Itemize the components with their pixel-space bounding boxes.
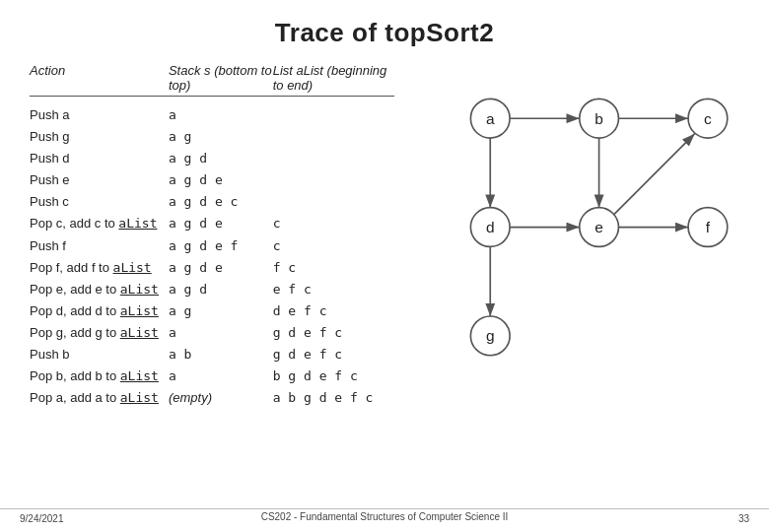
action-cell: Pop d, add d to aList [30,300,169,322]
action-cell: Pop e, add e to aList [30,279,169,300]
table-header: Action Stack s (bottom to top) List aLis… [30,63,394,97]
header-action: Action [30,63,169,93]
stack-cell: a [169,104,273,126]
action-cell: Push a [30,104,169,126]
footer-center: CS202 - Fundamental Structures of Comput… [261,511,509,522]
graph-section: a b c d e f g [404,53,769,477]
action-cell: Pop g, add g to aList [30,322,169,344]
list-cell: a b g d e f c [273,387,394,409]
svg-text:b: b [594,110,603,127]
stack-cell: a [169,366,273,387]
list-cell: b g d e f c [273,366,394,387]
stack-cell: a g d e [169,257,273,279]
stack-cell: a g d e [169,213,273,234]
stack-cell: a g [169,126,273,148]
stack-cell: a [169,322,273,344]
table-row: Pop g, add g to aListag d e f c [30,322,394,344]
action-cell: Push d [30,148,169,169]
list-cell [273,126,394,148]
stack-cell: a g d [169,279,273,300]
svg-text:c: c [704,110,712,127]
table-row: Push fa g d e fc [30,235,394,257]
list-cell: d e f c [273,300,394,322]
list-cell [273,104,394,126]
svg-text:g: g [486,327,495,344]
stack-cell: (empty) [169,387,273,409]
action-cell: Push f [30,235,169,257]
table-row: Pop e, add e to aLista g de f c [30,279,394,300]
stack-cell: a g [169,300,273,322]
stack-cell: a b [169,344,273,366]
stack-cell: a g d [169,148,273,169]
table-row: Push da g d [30,148,394,169]
stack-cell: a g d e [169,169,273,191]
svg-text:f: f [706,219,711,235]
action-cell: Push e [30,169,169,191]
list-cell: g d e f c [273,344,394,366]
action-cell: Push b [30,344,169,366]
footer-right: 33 [738,513,749,524]
trace-table: Action Stack s (bottom to top) List aLis… [30,63,394,477]
svg-line-7 [614,134,695,215]
table-row: Pop f, add f to aLista g d ef c [30,257,394,279]
table-row: Push ba bg d e f c [30,344,394,366]
footer-left: 9/24/2021 [20,513,64,524]
table-row: Push ea g d e [30,169,394,191]
list-cell [273,169,394,191]
svg-text:d: d [486,219,495,235]
table-row: Push aa [30,104,394,126]
svg-text:a: a [486,110,495,127]
graph-svg: a b c d e f g [404,53,739,368]
table-row: Push ga g [30,126,394,148]
page-title: Trace of topSort2 [0,0,769,58]
svg-text:e: e [594,219,603,235]
action-cell: Push c [30,191,169,213]
action-cell: Pop c, add c to aList [30,213,169,234]
list-cell [273,148,394,169]
action-cell: Pop b, add b to aList [30,366,169,387]
table-row: Pop c, add c to aLista g d ec [30,213,394,234]
list-cell: e f c [273,279,394,300]
list-cell: c [273,235,394,257]
stack-cell: a g d e f [169,235,273,257]
table-row: Pop b, add b to aListab g d e f c [30,366,394,387]
action-cell: Pop a, add a to aList [30,387,169,409]
header-stack: Stack s (bottom to top) [169,63,273,93]
list-cell [273,191,394,213]
action-cell: Push g [30,126,169,148]
list-cell: f c [273,257,394,279]
header-list: List aList (beginning to end) [273,63,394,93]
table-body: Push aaPush ga gPush da g dPush ea g d e… [30,104,394,409]
list-cell: c [273,213,394,234]
table-row: Pop a, add a to aList(empty)a b g d e f … [30,387,394,409]
table-row: Pop d, add d to aLista gd e f c [30,300,394,322]
list-cell: g d e f c [273,322,394,344]
action-cell: Pop f, add f to aList [30,257,169,279]
stack-cell: a g d e c [169,191,273,213]
table-row: Push ca g d e c [30,191,394,213]
